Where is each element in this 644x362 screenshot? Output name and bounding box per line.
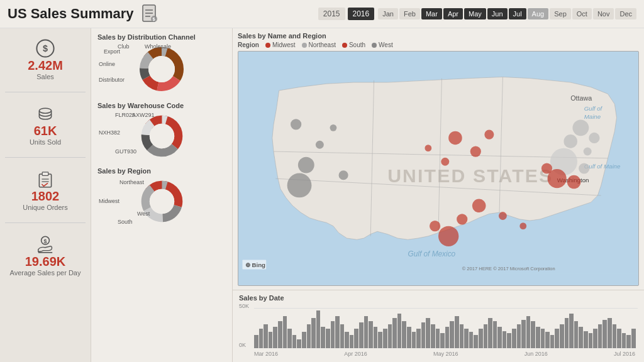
us-watermark: UNITED STATES <box>387 165 553 186</box>
bar <box>531 321 535 348</box>
bar <box>545 332 550 348</box>
region-title: Sales by Region <box>97 167 226 175</box>
bar <box>278 321 282 348</box>
gulf-maine-label2: Maine <box>584 113 601 120</box>
bar <box>321 327 325 348</box>
bar <box>613 324 617 348</box>
bar <box>608 318 612 348</box>
month-apr[interactable]: Apr <box>443 8 463 19</box>
month-nov[interactable]: Nov <box>593 8 614 19</box>
bar <box>536 327 540 348</box>
legend-northeast: Northeast <box>302 41 336 48</box>
x-label-jul: Jul 2016 <box>614 351 635 357</box>
bubble-south-1 <box>472 199 486 213</box>
distribution-chart: Sales by Distribution Channel Wholesa <box>97 33 226 96</box>
kpi-sales: $ 2.42M Sales <box>5 35 86 84</box>
bar <box>412 332 416 348</box>
bar <box>264 324 268 348</box>
svg-rect-11 <box>42 172 48 176</box>
month-sep[interactable]: Sep <box>550 8 571 19</box>
clipboard-icon <box>35 169 55 189</box>
bar <box>598 324 602 348</box>
bar <box>593 329 597 348</box>
kpi-divider-3 <box>5 222 86 223</box>
kpi-avg-sales: $ 19.69K Average Sales per Day <box>5 231 86 280</box>
bar <box>479 329 483 348</box>
distribution-label-distributor: Distributor <box>99 77 125 83</box>
svg-point-22 <box>148 56 175 82</box>
bar <box>445 327 450 348</box>
bing-logo-text: ⊕ Bing <box>245 261 265 268</box>
month-feb[interactable]: Feb <box>399 8 420 19</box>
bar <box>388 324 392 348</box>
month-jul[interactable]: Jul <box>509 8 526 19</box>
region-chart: Sales by Region West Northeast Midwest S… <box>97 167 226 226</box>
bar <box>560 324 564 348</box>
y-axis-min: 0K <box>239 342 246 348</box>
legend-midwest: Midwest <box>265 41 296 48</box>
bar <box>555 329 559 348</box>
bar <box>474 335 478 348</box>
bar <box>440 333 445 348</box>
svg-point-9 <box>39 108 51 113</box>
legend-south: South <box>342 41 365 48</box>
bubble-west-3 <box>316 141 324 149</box>
bubble-ne-9 <box>541 163 552 173</box>
bar <box>378 332 382 348</box>
month-mar[interactable]: Mar <box>421 8 442 19</box>
bar <box>269 332 273 348</box>
bar <box>631 329 636 348</box>
bar <box>374 327 378 348</box>
bar <box>574 321 579 348</box>
bar <box>450 321 454 348</box>
bar <box>416 329 421 348</box>
main-content: $ 2.42M Sales 61K Units Sold <box>0 28 644 362</box>
warehouse-donut-svg <box>138 112 186 160</box>
bar <box>369 321 373 348</box>
map-legend: Region Midwest Northeast South West <box>238 41 639 48</box>
month-jun[interactable]: Jun <box>487 8 508 19</box>
bubble-west-5 <box>287 173 312 198</box>
dollar-hand-icon: $ <box>35 234 55 255</box>
region-legend-label: Region <box>238 41 259 48</box>
west-dot <box>372 43 377 48</box>
region-label-northeast: Northeast <box>119 179 144 185</box>
bar <box>517 324 521 348</box>
year-2016[interactable]: 2016 <box>348 8 375 20</box>
bar <box>273 327 277 348</box>
map-panel: Sales by Name and Region Region Midwest … <box>233 28 644 290</box>
bar <box>431 324 435 348</box>
month-may[interactable]: May <box>464 8 486 19</box>
bar <box>426 318 430 348</box>
bar <box>626 335 631 348</box>
legend-midwest-label: Midwest <box>272 41 296 48</box>
bubble-west-2 <box>298 157 314 173</box>
bubble-ne-1 <box>572 119 589 136</box>
month-jan[interactable]: Jan <box>378 8 398 19</box>
northeast-dot <box>302 43 307 48</box>
bar-chart-title: Sales by Date <box>239 294 638 302</box>
bar <box>565 318 569 348</box>
svg-point-27 <box>149 123 174 148</box>
month-aug[interactable]: Aug <box>528 8 549 19</box>
month-dec[interactable]: Dec <box>615 8 636 19</box>
bar <box>521 320 526 348</box>
bar <box>497 327 502 348</box>
month-oct[interactable]: Oct <box>572 8 592 19</box>
kpi-divider-1 <box>5 92 86 92</box>
bar <box>579 327 583 348</box>
bubble-south-4 <box>438 226 458 246</box>
warehouse-chart: Sales by Warehouse Code AXW291 NXH382 GU… <box>97 102 226 161</box>
bar <box>526 316 531 348</box>
bubble-west-1 <box>291 119 301 129</box>
bar <box>354 329 358 348</box>
coins-icon <box>35 104 55 124</box>
bar <box>569 314 574 348</box>
avg-sales-label: Average Sales per Day <box>10 269 81 277</box>
warehouse-label-nxh: NXH382 <box>99 129 120 136</box>
bubble-midwest-3 <box>441 158 449 166</box>
warehouse-title: Sales by Warehouse Code <box>97 102 226 109</box>
bar <box>507 333 511 348</box>
legend-northeast-label: Northeast <box>309 41 336 48</box>
year-2015[interactable]: 2015 <box>318 8 345 20</box>
